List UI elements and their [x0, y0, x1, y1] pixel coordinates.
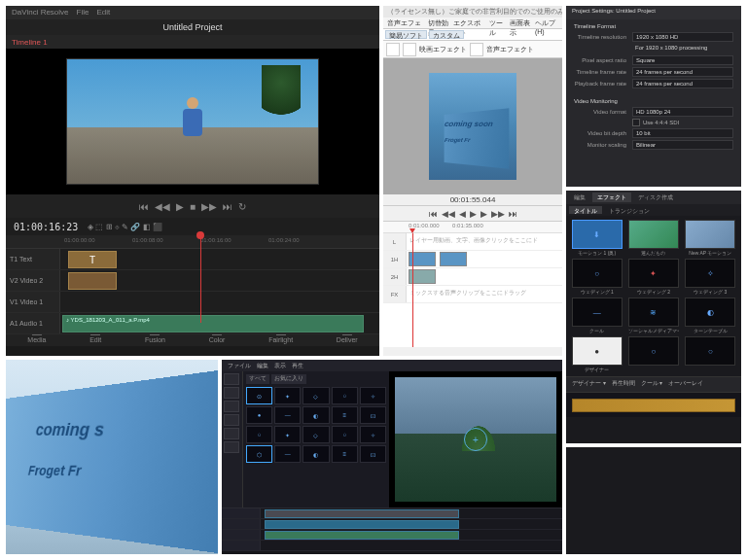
fx-item[interactable]: ○: [332, 426, 358, 443]
playhead[interactable]: [200, 235, 201, 323]
sdi-checkbox[interactable]: [632, 119, 640, 126]
fx-item[interactable]: ✦: [274, 426, 301, 443]
menu-view[interactable]: 画面表示: [510, 18, 531, 27]
row-head-v1[interactable]: 1H: [383, 251, 407, 267]
menu-edit[interactable]: 編集: [257, 362, 268, 369]
sidebar-tool[interactable]: [224, 401, 239, 412]
menu-app[interactable]: DaVinci Resolve: [12, 8, 69, 18]
tool-button[interactable]: [386, 43, 400, 56]
tab-custom[interactable]: カスタム: [429, 30, 464, 39]
bitdepth-select[interactable]: 10 bit: [632, 128, 733, 138]
fx-item[interactable]: ⊡: [360, 406, 386, 424]
track-head[interactable]: [222, 508, 261, 518]
menu-edit[interactable]: Edit: [96, 8, 110, 18]
step-fwd-icon[interactable]: ▶: [480, 209, 487, 219]
tab-disc[interactable]: ディスク作成: [633, 192, 678, 202]
effect-cell[interactable]: —クール: [570, 298, 623, 333]
row-body[interactable]: [407, 251, 562, 267]
timeline-label[interactable]: Timeline 1: [12, 38, 48, 47]
fx-item[interactable]: —: [274, 445, 301, 463]
clip[interactable]: [265, 531, 459, 540]
timeline[interactable]: 0:01:00.000 0:01:35.000 L レイヤー用動画、文字、画像ク…: [383, 221, 562, 347]
skip-fwd-icon[interactable]: ⏭: [223, 201, 232, 212]
goto-start-icon[interactable]: ⏮: [429, 209, 438, 219]
track-head-a1[interactable]: A1 Audio 1: [6, 313, 60, 333]
ffwd-icon[interactable]: ▶▶: [491, 209, 505, 219]
timeline-clip[interactable]: [572, 399, 735, 412]
effect-cell[interactable]: ≋ソーシャルメディアマーケ: [626, 298, 680, 333]
menu-file[interactable]: File: [77, 8, 89, 18]
fx-item[interactable]: ○: [332, 387, 358, 404]
menu-play[interactable]: 再生: [292, 362, 303, 369]
rewind-icon[interactable]: ◀◀: [442, 209, 455, 219]
designer-dropdown[interactable]: デザイナー ▾: [572, 379, 606, 390]
menu-audio-fx[interactable]: 音声エフェクト: [387, 18, 424, 27]
tab-simple[interactable]: 簡易ソフト: [385, 30, 427, 39]
effect-cell[interactable]: ⬇モーション 1 (奥): [570, 220, 623, 256]
menu-tools[interactable]: ツール: [489, 18, 505, 27]
menu-view[interactable]: 表示: [274, 362, 286, 369]
fx-item[interactable]: ○: [246, 426, 272, 443]
timeline-ruler[interactable]: 01:00:00:00 01:00:08:00 01:00:16:00 01:0…: [6, 235, 379, 249]
track-head[interactable]: [222, 530, 261, 540]
track-head-v2[interactable]: V2 Video 2: [6, 270, 60, 291]
fx-item[interactable]: ≡: [332, 406, 358, 424]
fx-item[interactable]: ◇: [302, 426, 329, 443]
timeline[interactable]: 01:00:00:00 01:00:08:00 01:00:16:00 01:0…: [6, 235, 379, 323]
timecode[interactable]: 01:00:16:23: [14, 222, 78, 232]
row-body[interactable]: レイヤー用動画、文字、画像クリックをここにド: [407, 233, 562, 250]
fx-item[interactable]: ⊙: [246, 387, 272, 404]
sidebar-tool[interactable]: [224, 441, 239, 453]
row-head-fx[interactable]: FX: [383, 286, 407, 302]
tab-edit[interactable]: 編集: [569, 192, 590, 202]
play-icon[interactable]: ▶: [470, 209, 477, 219]
track-head[interactable]: [222, 541, 261, 550]
step-back-icon[interactable]: ◀: [459, 209, 466, 219]
track-head[interactable]: [222, 519, 261, 529]
effect-cell[interactable]: ○: [626, 336, 680, 372]
fx-item[interactable]: ⊡: [360, 445, 386, 463]
effect-cell[interactable]: ✦ウェディング 2: [626, 259, 680, 295]
mini-timeline[interactable]: [566, 392, 741, 417]
play-icon[interactable]: ▶: [176, 201, 184, 212]
row-body[interactable]: ミックスする音声クリップをここにドラッグ: [407, 286, 562, 302]
fx-item[interactable]: ✦: [274, 387, 301, 404]
resolution-select[interactable]: 1920 x 1080 HD: [632, 32, 733, 42]
row-body[interactable]: [407, 268, 562, 285]
menu-help[interactable]: ヘルプ(H): [535, 18, 558, 27]
text-clip[interactable]: T: [68, 251, 117, 268]
effect-cell[interactable]: ◐ターンテーブル: [684, 298, 737, 333]
menu-file[interactable]: ファイル: [228, 362, 251, 369]
fx-item[interactable]: ≡: [332, 445, 358, 463]
viewer[interactable]: [389, 371, 562, 508]
aspect-select[interactable]: Square: [632, 55, 733, 65]
preview[interactable]: coming soon Froget Fr: [383, 58, 562, 194]
menu-export[interactable]: エクスポート: [453, 18, 485, 27]
playback-rate-input[interactable]: 24 frames per second: [632, 79, 733, 88]
audio-clip[interactable]: ♪ YDS_181203_A_011_a.P.mp4: [62, 315, 364, 332]
fx-item[interactable]: ◐: [302, 406, 329, 424]
skip-back-icon[interactable]: ⏮: [139, 201, 149, 212]
sidebar-tool[interactable]: [224, 373, 239, 385]
effect-cell[interactable]: ●デザイナー: [570, 336, 623, 372]
framerate-select[interactable]: 24 frames per second: [632, 67, 733, 77]
fx-item[interactable]: ⬡: [246, 445, 272, 463]
effect-cell[interactable]: ○ウェディング 1: [570, 259, 623, 295]
effect-cell[interactable]: 選んだもの: [626, 220, 680, 256]
subtab-transitions[interactable]: トランジション: [604, 206, 655, 214]
fx-item[interactable]: ◐: [302, 445, 329, 463]
loop-icon[interactable]: ↻: [238, 201, 246, 212]
prev-frame-icon[interactable]: ◀◀: [155, 201, 170, 212]
title-clip[interactable]: [68, 272, 117, 290]
tool-button[interactable]: [403, 43, 416, 56]
vr-hud-icon[interactable]: [464, 428, 487, 451]
tool-button[interactable]: [470, 43, 483, 56]
viewer[interactable]: [6, 49, 379, 194]
next-frame-icon[interactable]: ▶▶: [201, 201, 217, 212]
goto-end-icon[interactable]: ⏭: [509, 209, 517, 219]
clip[interactable]: [265, 520, 459, 529]
sidebar-tool[interactable]: [224, 387, 239, 399]
scaling-select[interactable]: Bilinear: [632, 140, 733, 150]
effect-cell[interactable]: ○: [684, 336, 737, 372]
tab-effects[interactable]: エフェクト: [592, 192, 631, 202]
